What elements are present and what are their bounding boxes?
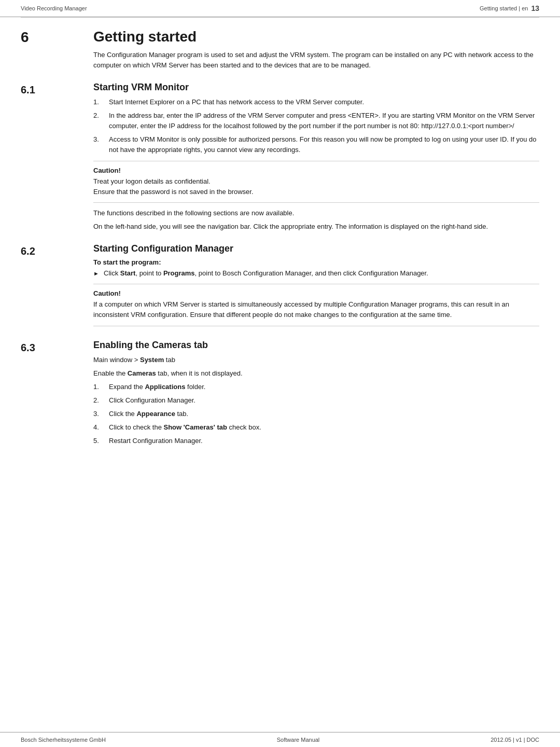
- page-header: Video Recording Manager Getting started …: [0, 0, 560, 17]
- step-6-3-4-text: Click to check the Show 'Cameras' tab ch…: [109, 422, 539, 433]
- step-6-3-3: 3. Click the Appearance tab.: [93, 409, 539, 419]
- section-6-3-row: 6.3 Enabling the Cameras tab Main window…: [21, 340, 539, 458]
- header-left-label: Video Recording Manager: [21, 5, 87, 11]
- step-6-3-2: 2. Click Configuration Manager.: [93, 395, 539, 406]
- section-6-1-steps: 1. Start Internet Explorer on a PC that …: [93, 97, 539, 156]
- section-6-1-number: 6.1: [21, 82, 93, 243]
- section-6-1-post1: The functions described in the following…: [93, 208, 539, 218]
- step-6-3-5-text: Restart Configuration Manager.: [109, 436, 539, 446]
- section-6-2-row: 6.2 Starting Configuration Manager To st…: [21, 243, 539, 339]
- section-6-1-title: Starting VRM Monitor: [93, 82, 539, 93]
- step-6-1-2: 2. In the address bar, enter the IP addr…: [93, 110, 539, 131]
- caution-6-2-text: If a computer on which VRM Server is sta…: [93, 299, 539, 320]
- section-6-3-steps: 1. Expand the Applications folder. 2. Cl…: [93, 382, 539, 447]
- caution-6-1-line1: Treat your logon details as confidential…: [93, 176, 539, 187]
- step-6-3-5: 5. Restart Configuration Manager.: [93, 436, 539, 446]
- step-6-3-2-text: Click Configuration Manager.: [109, 395, 539, 406]
- step-6-3-1-text: Expand the Applications folder.: [109, 382, 539, 392]
- chapter-6-title: Getting started: [93, 28, 539, 46]
- section-6-2-arrow-text: Click Start, point to Programs, point to…: [104, 268, 539, 279]
- header-right-label: Getting started | en 13: [480, 4, 539, 12]
- caution-6-1-line2: Ensure that the password is not saved in…: [93, 187, 539, 197]
- chapter-6-intro: The Configuration Manager program is use…: [93, 50, 539, 71]
- caution-6-1: Caution! Treat your logon details as con…: [93, 161, 539, 203]
- section-6-1-post2: On the left-hand side, you will see the …: [93, 222, 539, 232]
- step-6-1-2-text: In the address bar, enter the IP address…: [109, 110, 539, 131]
- footer-left: Bosch Sicherheitssysteme GmbH: [21, 737, 106, 743]
- section-6-2-arrow-list: ► Click Start, point to Programs, point …: [93, 268, 539, 279]
- caution-6-1-title: Caution!: [93, 167, 539, 174]
- step-6-3-4: 4. Click to check the Show 'Cameras' tab…: [93, 422, 539, 433]
- section-6-1-content: Starting VRM Monitor 1. Start Internet E…: [93, 82, 539, 243]
- section-6-3-enable-line: Enable the Cameras tab, when it is not d…: [93, 368, 539, 379]
- section-6-2-number: 6.2: [21, 243, 93, 339]
- footer-center: Software Manual: [277, 737, 320, 743]
- step-6-3-1: 1. Expand the Applications folder.: [93, 382, 539, 392]
- section-6-2-title: Starting Configuration Manager: [93, 243, 539, 254]
- chapter-6-row: 6 Getting started The Configuration Mana…: [21, 28, 539, 82]
- step-6-1-3-text: Access to VRM Monitor is only possible f…: [109, 134, 539, 155]
- section-6-2-proc-heading: To start the program:: [93, 258, 539, 266]
- step-6-3-3-text: Click the Appearance tab.: [109, 409, 539, 419]
- step-6-1-3: 3. Access to VRM Monitor is only possibl…: [93, 134, 539, 155]
- step-6-1-1-text: Start Internet Explorer on a PC that has…: [109, 97, 539, 107]
- section-6-3-title: Enabling the Cameras tab: [93, 340, 539, 351]
- caution-6-2: Caution! If a computer on which VRM Serv…: [93, 284, 539, 326]
- page-footer: Bosch Sicherheitssysteme GmbH Software M…: [0, 732, 560, 747]
- caution-6-2-title: Caution!: [93, 289, 539, 297]
- header-section-label: Getting started | en: [480, 5, 528, 11]
- page-number: 13: [531, 4, 539, 12]
- section-6-3-number: 6.3: [21, 340, 93, 458]
- section-6-2-content: Starting Configuration Manager To start …: [93, 243, 539, 339]
- section-6-2-arrow-item: ► Click Start, point to Programs, point …: [93, 268, 539, 279]
- step-6-1-1: 1. Start Internet Explorer on a PC that …: [93, 97, 539, 107]
- section-6-3-subtitle: Main window > System tab: [93, 355, 539, 365]
- footer-right: 2012.05 | v1 | DOC: [491, 737, 539, 743]
- chapter-6-content: Getting started The Configuration Manage…: [93, 28, 539, 82]
- chapter-6-number: 6: [21, 28, 93, 82]
- section-6-3-content: Enabling the Cameras tab Main window > S…: [93, 340, 539, 458]
- arrow-marker: ►: [93, 268, 104, 278]
- content-area: 6 Getting started The Configuration Mana…: [0, 18, 560, 479]
- section-6-1-row: 6.1 Starting VRM Monitor 1. Start Intern…: [21, 82, 539, 243]
